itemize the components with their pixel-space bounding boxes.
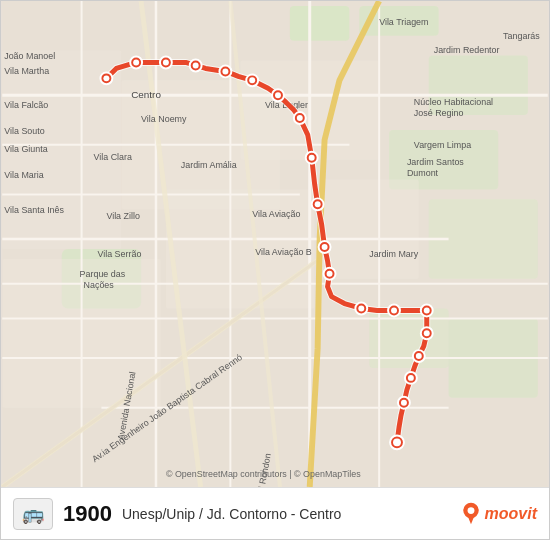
svg-text:Vila Aviação B: Vila Aviação B bbox=[255, 247, 312, 257]
svg-text:Jardim Mary: Jardim Mary bbox=[369, 249, 419, 259]
svg-text:Vila Serrão: Vila Serrão bbox=[97, 249, 141, 259]
svg-point-78 bbox=[297, 115, 303, 121]
svg-text:Centro: Centro bbox=[131, 89, 161, 100]
svg-text:Vila Souto: Vila Souto bbox=[4, 126, 44, 136]
svg-point-76 bbox=[275, 92, 281, 98]
svg-point-88 bbox=[358, 305, 364, 311]
route-name: Unesp/Unip / Jd. Contorno - Centro bbox=[122, 506, 451, 522]
svg-text:Vila Aviação: Vila Aviação bbox=[252, 209, 300, 219]
app-container: Vila Triagem Jardim Redentor Tangarás Jo… bbox=[0, 0, 550, 540]
svg-text:Vila Triagem: Vila Triagem bbox=[379, 17, 428, 27]
svg-point-74 bbox=[249, 77, 255, 83]
route-number: 1900 bbox=[63, 501, 112, 527]
svg-text:Vila Martha: Vila Martha bbox=[4, 66, 49, 76]
svg-text:José Regino: José Regino bbox=[414, 108, 464, 118]
svg-rect-14 bbox=[320, 180, 419, 279]
svg-text:Tangarás: Tangarás bbox=[503, 31, 540, 41]
moovit-logo: moovit bbox=[461, 502, 537, 526]
footer-bar: 🚌 1900 Unesp/Unip / Jd. Contorno - Centr… bbox=[1, 487, 549, 539]
svg-text:Vila Clara: Vila Clara bbox=[93, 152, 131, 162]
svg-point-92 bbox=[424, 307, 430, 313]
svg-text:Nações: Nações bbox=[84, 280, 115, 290]
svg-text:Núcleo Habitacional: Núcleo Habitacional bbox=[414, 97, 493, 107]
svg-point-64 bbox=[103, 75, 109, 81]
svg-point-66 bbox=[133, 60, 139, 66]
svg-point-70 bbox=[193, 62, 199, 68]
svg-text:Parque das: Parque das bbox=[80, 269, 126, 279]
svg-point-68 bbox=[163, 60, 169, 66]
svg-text:Vila Santa Inês: Vila Santa Inês bbox=[4, 205, 64, 215]
svg-point-84 bbox=[322, 244, 328, 250]
svg-text:Jardim Redentor: Jardim Redentor bbox=[434, 45, 500, 55]
svg-text:Vila Giunta: Vila Giunta bbox=[4, 144, 47, 154]
svg-point-90 bbox=[391, 307, 397, 313]
svg-text:Jardim Santos: Jardim Santos bbox=[407, 157, 464, 167]
svg-point-98 bbox=[408, 375, 414, 381]
svg-text:Vila Zillo: Vila Zillo bbox=[106, 211, 140, 221]
svg-text:Vargem Limpa: Vargem Limpa bbox=[414, 140, 471, 150]
svg-point-86 bbox=[327, 271, 333, 277]
svg-point-102 bbox=[393, 438, 401, 446]
svg-text:Vila Noemy: Vila Noemy bbox=[141, 114, 187, 124]
svg-text:Vila Maria: Vila Maria bbox=[4, 170, 43, 180]
bus-icon: 🚌 bbox=[22, 503, 44, 525]
svg-text:Jardim Amália: Jardim Amália bbox=[181, 160, 237, 170]
svg-point-94 bbox=[424, 330, 430, 336]
svg-text:João Manoel: João Manoel bbox=[4, 51, 55, 61]
moovit-logo-text: moovit bbox=[485, 505, 537, 523]
svg-rect-1 bbox=[290, 6, 350, 41]
svg-point-105 bbox=[467, 507, 474, 514]
moovit-pin-icon bbox=[461, 502, 481, 526]
svg-text:© OpenStreetMap contributors |: © OpenStreetMap contributors | © OpenMap… bbox=[166, 469, 361, 479]
svg-point-72 bbox=[222, 68, 228, 74]
bus-icon-box: 🚌 bbox=[13, 498, 53, 530]
svg-marker-106 bbox=[467, 515, 474, 524]
svg-point-96 bbox=[416, 353, 422, 359]
svg-point-82 bbox=[315, 201, 321, 207]
svg-text:Dumont: Dumont bbox=[407, 168, 439, 178]
svg-point-80 bbox=[309, 155, 315, 161]
svg-point-100 bbox=[401, 400, 407, 406]
map-area: Vila Triagem Jardim Redentor Tangarás Jo… bbox=[1, 1, 549, 487]
svg-text:Vila Falcão: Vila Falcão bbox=[4, 100, 48, 110]
